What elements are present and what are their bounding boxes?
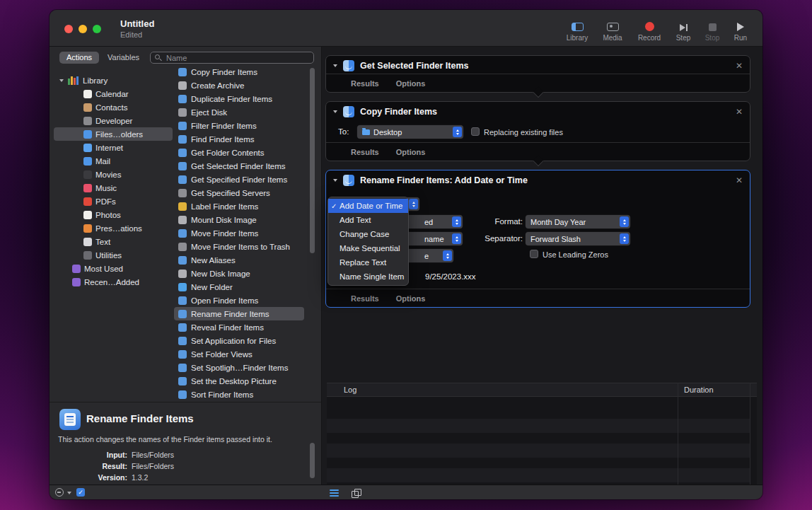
options-button[interactable]: Options (396, 79, 426, 88)
menu-item[interactable]: Replace Text (328, 255, 408, 270)
action-list-item[interactable]: Sort Finder Items (174, 388, 304, 401)
action-list-item[interactable]: Copy Finder Items (174, 65, 304, 79)
description-fields: Input: Files/Folders Result: Files/Folde… (50, 451, 322, 485)
action-list-item[interactable]: Label Finder Items (174, 199, 304, 213)
sidebar-item[interactable]: Photos (54, 208, 173, 221)
actions-list: Copy Finder Items Create Archive Duplica… (174, 65, 304, 401)
results-button[interactable]: Results (351, 79, 379, 88)
action-list-item[interactable]: Filter Finder Items (174, 119, 304, 132)
remove-variable-icon[interactable] (55, 488, 64, 497)
results-button[interactable]: Results (351, 294, 379, 303)
divider (50, 402, 321, 402)
action-icon (178, 68, 187, 76)
to-label: To: (338, 127, 349, 136)
chevron-down-icon[interactable] (333, 64, 337, 67)
action-list-item[interactable]: Move Finder Items to Trash (174, 240, 304, 253)
action-list-item[interactable]: Open Finder Items (174, 294, 304, 307)
menu-item[interactable]: ✓ Add Date or Time (328, 199, 408, 213)
action-list-item[interactable]: New Aliases (174, 253, 304, 267)
sidebar-item[interactable]: Text (54, 235, 173, 248)
results-button[interactable]: Results (351, 148, 379, 156)
menu-item[interactable]: Make Sequential (328, 241, 408, 255)
action-list-item[interactable]: Set Spotligh…Finder Items (174, 361, 304, 374)
menu-item[interactable]: Name Single Item (328, 270, 408, 284)
action-list-item[interactable]: Set the Desktop Picture (174, 374, 304, 388)
log-view-icon[interactable] (330, 489, 339, 497)
to-dropdown[interactable]: Desktop (357, 125, 463, 139)
action-list-item[interactable]: Eject Disk (174, 105, 304, 119)
action-list-item[interactable]: Get Selected Finder Items (174, 159, 304, 173)
options-button[interactable]: Options (396, 148, 426, 156)
options-button[interactable]: Options (396, 294, 426, 303)
action-list-item[interactable]: Rename Finder Items (174, 307, 304, 320)
sidebar-item[interactable]: Files…olders (54, 127, 173, 141)
record-button[interactable]: Record (632, 15, 666, 42)
close-icon[interactable]: ✕ (736, 108, 743, 116)
action-list-item[interactable]: Create Archive (174, 79, 304, 92)
sidebar-item[interactable]: Internet (54, 141, 173, 154)
action-list-item[interactable]: New Folder (174, 280, 304, 294)
step-button[interactable]: Step (671, 15, 696, 42)
sidebar-item[interactable]: Mail (54, 154, 173, 168)
sidebar-group-item[interactable]: Most Used (54, 262, 173, 275)
library-books-icon (68, 76, 79, 85)
action-list-item[interactable]: Duplicate Finder Items (174, 92, 304, 105)
variables-view-icon[interactable] (352, 489, 360, 497)
action-list-item[interactable]: Move Finder Items (174, 226, 304, 240)
separator-dropdown[interactable]: Forward Slash (526, 232, 630, 245)
action-list-item[interactable]: Get Specified Servers (174, 186, 304, 199)
action-list-item[interactable]: Set Folder Views (174, 347, 304, 361)
sidebar-item[interactable]: Music (54, 181, 173, 195)
action-list-item[interactable]: Get Folder Contents (174, 146, 304, 159)
sidebar-item[interactable]: Calendar (54, 87, 173, 100)
use-leading-zeros-checkbox[interactable] (530, 250, 538, 258)
sidebar-item[interactable]: Contacts (54, 100, 173, 114)
log-panel: Log Duration (327, 383, 757, 485)
workflow-card-get-selected-finder-items: Get Selected Finder Items ✕ Results Opti… (325, 55, 750, 93)
library-button[interactable]: Library (562, 15, 593, 42)
media-button[interactable]: Media (597, 15, 628, 42)
tab-actions[interactable]: Actions (59, 52, 99, 64)
chevron-down-icon[interactable] (67, 492, 71, 494)
zoom-window-button[interactable] (93, 25, 101, 33)
tab-variables[interactable]: Variables (108, 53, 139, 62)
sidebar-item[interactable]: Movies (54, 168, 173, 181)
action-list-item[interactable]: Find Finder Items (174, 132, 304, 146)
sidebar-item[interactable]: Utilities (54, 248, 173, 262)
sidebar-item-library[interactable]: Library (54, 74, 173, 87)
action-list-item[interactable]: Mount Disk Image (174, 213, 304, 226)
sidebar-item[interactable]: Pres…ations (54, 221, 173, 235)
action-list-item[interactable]: Reveal Finder Items (174, 320, 304, 334)
replacing-existing-files-checkbox[interactable] (471, 127, 480, 136)
checkbox-icon[interactable]: ✓ (76, 488, 85, 497)
category-icon (83, 90, 92, 98)
description-field: Result: Files/Folders (50, 462, 322, 473)
finder-icon (343, 175, 354, 186)
sidebar-item[interactable]: Developer (54, 114, 173, 127)
bottom-bar: ✓ (50, 485, 762, 499)
menu-item[interactable]: Add Text (328, 213, 408, 227)
action-list-item[interactable]: Get Specified Finder Items (174, 173, 304, 186)
run-button[interactable]: Run (729, 15, 753, 42)
close-window-button[interactable] (64, 25, 73, 33)
library-icon (572, 23, 584, 31)
log-header-row: Log Duration (327, 383, 757, 397)
minimize-window-button[interactable] (79, 25, 87, 33)
search-icon (155, 54, 160, 59)
search-input[interactable] (150, 52, 314, 64)
category-icon (83, 224, 92, 233)
format-dropdown[interactable]: Month Day Year (526, 215, 630, 228)
chevron-down-icon[interactable] (333, 110, 337, 113)
category-icon (83, 170, 92, 179)
menu-item[interactable]: Change Case (328, 227, 408, 241)
action-list-item[interactable]: Set Application for Files (174, 334, 304, 347)
close-icon[interactable]: ✕ (736, 62, 743, 70)
sidebar-group-item[interactable]: Recen…Added (54, 275, 173, 289)
action-list-item[interactable]: New Disk Image (174, 267, 304, 280)
actions-scrollbar[interactable] (310, 68, 315, 253)
chevron-down-icon[interactable] (333, 179, 337, 182)
checkmark-icon: ✓ (331, 202, 340, 210)
chevron-down-icon[interactable] (59, 79, 64, 82)
sidebar-item[interactable]: PDFs (54, 195, 173, 208)
close-icon[interactable]: ✕ (736, 176, 743, 185)
